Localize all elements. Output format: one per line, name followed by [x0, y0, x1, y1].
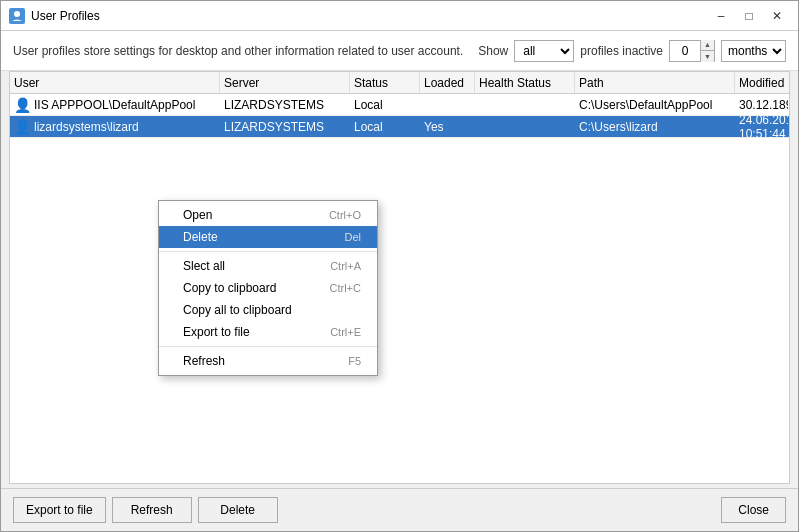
col-header-health: Health Status	[475, 72, 575, 93]
cell-status-1: Local	[350, 94, 420, 115]
export-to-file-button[interactable]: Export to file	[13, 497, 106, 523]
show-label: Show	[478, 44, 508, 58]
ctx-copy[interactable]: Copy to clipboard Ctrl+C	[159, 277, 377, 299]
table-row[interactable]: 👤 lizardsystems\lizard LIZARDSYSTEMS Loc…	[10, 116, 789, 138]
profiles-inactive-label: profiles inactive	[580, 44, 663, 58]
spin-buttons: ▲ ▼	[700, 40, 714, 62]
minimize-button[interactable]: –	[708, 5, 734, 27]
ctx-divider-1	[159, 251, 377, 252]
bottom-left-buttons: Export to file Refresh Delete	[13, 497, 278, 523]
title-bar: User Profiles – □ ✕	[1, 1, 798, 31]
ctx-open[interactable]: Open Ctrl+O	[159, 204, 377, 226]
context-menu: Open Ctrl+O Delete Del Slect all Ctrl+A …	[158, 200, 378, 376]
col-header-user: User	[10, 72, 220, 93]
col-header-path: Path	[575, 72, 735, 93]
col-header-loaded: Loaded	[420, 72, 475, 93]
ctx-refresh[interactable]: Refresh F5	[159, 350, 377, 372]
cell-health-1	[475, 94, 575, 115]
show-select[interactable]: all	[514, 40, 574, 62]
cell-server-1: LIZARDSYSTEMS	[220, 94, 350, 115]
col-header-status: Status	[350, 72, 420, 93]
spin-down-button[interactable]: ▼	[700, 51, 714, 62]
table-area: User Server Status Loaded Health Status …	[9, 71, 790, 484]
delete-button[interactable]: Delete	[198, 497, 278, 523]
window-title: User Profiles	[31, 9, 100, 23]
cell-path-2: C:\Users\lizard	[575, 116, 735, 137]
inactive-number-input: ▲ ▼	[669, 40, 715, 62]
ctx-delete[interactable]: Delete Del	[159, 226, 377, 248]
refresh-button[interactable]: Refresh	[112, 497, 192, 523]
months-select[interactable]: months	[721, 40, 786, 62]
bottom-bar: Export to file Refresh Delete Close	[1, 488, 798, 531]
ctx-divider-2	[159, 346, 377, 347]
ctx-select-all[interactable]: Slect all Ctrl+A	[159, 255, 377, 277]
title-bar-controls: – □ ✕	[708, 5, 790, 27]
ctx-copy-all[interactable]: Copy all to clipboard	[159, 299, 377, 321]
cell-server-2: LIZARDSYSTEMS	[220, 116, 350, 137]
cell-modified-2: 24.06.2018 10:51:44	[735, 116, 789, 137]
description-text: User profiles store settings for desktop…	[13, 44, 463, 58]
cell-user-1: 👤 IIS APPPOOL\DefaultAppPool	[10, 94, 220, 115]
user-icon: 👤	[14, 97, 30, 113]
close-button[interactable]: Close	[721, 497, 786, 523]
show-controls: Show all profiles inactive ▲ ▼ months	[478, 40, 786, 62]
user-icon: 👤	[14, 119, 30, 135]
cell-health-2	[475, 116, 575, 137]
cell-loaded-1	[420, 94, 475, 115]
svg-point-0	[14, 11, 20, 17]
cell-path-1: C:\Users\DefaultAppPool	[575, 94, 735, 115]
cell-status-2: Local	[350, 116, 420, 137]
maximize-button[interactable]: □	[736, 5, 762, 27]
col-header-modified: Modified	[735, 72, 789, 93]
inactive-value-input[interactable]	[670, 41, 700, 61]
col-header-server: Server	[220, 72, 350, 93]
window-close-button[interactable]: ✕	[764, 5, 790, 27]
cell-modified-1: 30.12.1899	[735, 94, 789, 115]
cell-loaded-2: Yes	[420, 116, 475, 137]
ctx-export[interactable]: Export to file Ctrl+E	[159, 321, 377, 343]
main-window: User Profiles – □ ✕ User profiles store …	[0, 0, 799, 532]
cell-user-2: 👤 lizardsystems\lizard	[10, 116, 220, 137]
app-icon	[9, 8, 25, 24]
table-row[interactable]: 👤 IIS APPPOOL\DefaultAppPool LIZARDSYSTE…	[10, 94, 789, 116]
spin-up-button[interactable]: ▲	[700, 40, 714, 51]
table-header: User Server Status Loaded Health Status …	[10, 72, 789, 94]
title-bar-left: User Profiles	[9, 8, 100, 24]
description-bar: User profiles store settings for desktop…	[1, 31, 798, 71]
